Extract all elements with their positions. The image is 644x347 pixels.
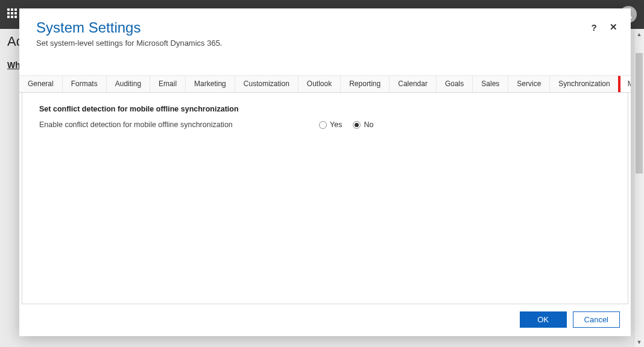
- tab-outlook[interactable]: Outlook: [298, 76, 341, 92]
- tab-goals[interactable]: Goals: [437, 76, 473, 92]
- radio-no-label: No: [364, 120, 373, 129]
- tab-calendar[interactable]: Calendar: [390, 76, 437, 92]
- field-row: Enable conflict detection for mobile off…: [39, 120, 611, 129]
- dialog-header-actions: ? ✕: [589, 22, 619, 33]
- scroll-thumb[interactable]: [636, 53, 643, 174]
- dialog-title: System Settings: [36, 19, 614, 36]
- tab-synchronization[interactable]: Synchronization: [550, 76, 619, 92]
- tab-customization[interactable]: Customization: [235, 76, 298, 92]
- help-icon[interactable]: ?: [589, 22, 599, 33]
- tab-auditing[interactable]: Auditing: [107, 76, 150, 92]
- field-label: Enable conflict detection for mobile off…: [39, 120, 305, 129]
- radio-yes-circle[interactable]: [319, 121, 327, 129]
- radio-option-no[interactable]: No: [353, 120, 373, 129]
- tab-email[interactable]: Email: [150, 76, 186, 92]
- scroll-up-arrow-icon[interactable]: ▲: [634, 29, 644, 39]
- tab-strip: GeneralFormatsAuditingEmailMarketingCust…: [19, 75, 631, 93]
- tab-sales[interactable]: Sales: [473, 76, 508, 92]
- tab-reporting[interactable]: Reporting: [341, 76, 390, 92]
- tab-marketing[interactable]: Marketing: [186, 76, 235, 92]
- scroll-down-arrow-icon[interactable]: ▼: [634, 337, 644, 347]
- tab-general[interactable]: General: [19, 76, 63, 92]
- tab-mobile-client[interactable]: Mobile Client: [619, 75, 631, 93]
- page-scrollbar[interactable]: ▲ ▼: [634, 29, 644, 347]
- ok-button[interactable]: OK: [520, 311, 567, 328]
- dialog-footer: OK Cancel: [19, 304, 631, 336]
- radio-group: Yes No: [319, 120, 373, 129]
- radio-option-yes[interactable]: Yes: [319, 120, 342, 129]
- dialog-subtitle: Set system-level settings for Microsoft …: [36, 39, 614, 48]
- radio-no-circle[interactable]: [353, 121, 361, 129]
- app-launcher-icon[interactable]: [7, 8, 19, 20]
- tab-formats[interactable]: Formats: [63, 76, 107, 92]
- dialog-header: System Settings Set system-level setting…: [19, 8, 631, 54]
- section-heading: Set conflict detection for mobile offlin…: [39, 105, 611, 113]
- radio-yes-label: Yes: [330, 120, 342, 129]
- background-partial-link: Wh: [7, 60, 21, 70]
- close-icon[interactable]: ✕: [608, 22, 619, 33]
- cancel-button[interactable]: Cancel: [573, 311, 620, 328]
- tab-content: Set conflict detection for mobile offlin…: [22, 93, 628, 304]
- tab-service[interactable]: Service: [508, 76, 550, 92]
- system-settings-dialog: System Settings Set system-level setting…: [19, 8, 631, 336]
